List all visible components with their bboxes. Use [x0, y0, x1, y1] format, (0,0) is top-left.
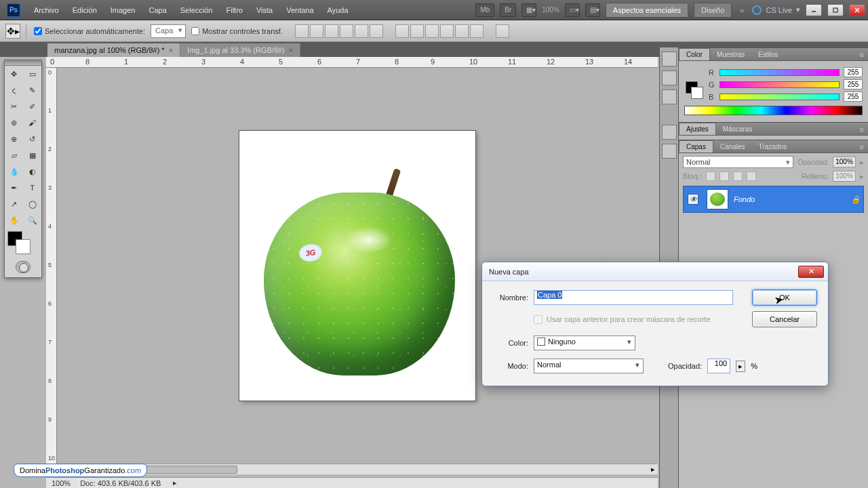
dialog-close-button[interactable]: ✕	[798, 266, 824, 278]
blur-tool-icon[interactable]: 💧	[5, 163, 23, 180]
panel-menu-icon[interactable]: ≡	[856, 49, 868, 60]
menu-imagen[interactable]: Imagen	[104, 6, 142, 14]
quickselect-tool-icon[interactable]: ✎	[23, 82, 41, 98]
spectrum-ramp[interactable]	[684, 106, 863, 115]
chip-br[interactable]: Br	[500, 3, 516, 17]
visibility-toggle-icon[interactable]: 👁	[688, 194, 698, 205]
b-value[interactable]: 255	[844, 92, 863, 102]
menu-seleccion[interactable]: Selección	[174, 6, 220, 14]
panel-menu-icon[interactable]: ≡	[856, 142, 868, 152]
pen-tool-icon[interactable]: ✒	[5, 180, 23, 196]
path-tool-icon[interactable]: ↗	[5, 196, 23, 212]
history-brush-icon[interactable]: ↺	[23, 131, 41, 147]
brush-tool-icon[interactable]: 🖌	[23, 115, 41, 131]
tab-close-icon[interactable]: ×	[289, 46, 293, 54]
blend-mode-select[interactable]: Normal	[683, 156, 793, 168]
window-maximize-button[interactable]	[827, 4, 844, 16]
menu-edicion[interactable]: Edición	[66, 6, 104, 14]
status-zoom[interactable]: 100%	[52, 479, 71, 487]
lock-all-icon[interactable]	[747, 171, 756, 181]
opacity-stepper-icon[interactable]: ▸	[736, 361, 745, 372]
layer-name-input[interactable]: Capa 0	[534, 290, 733, 305]
eraser-tool-icon[interactable]: ▱	[5, 147, 23, 163]
mini-swatches[interactable]	[686, 81, 702, 98]
shape-tool-icon[interactable]: ◯	[23, 196, 41, 212]
tab-channels[interactable]: Canales	[713, 141, 752, 152]
mini-panel-icon[interactable]	[662, 144, 677, 159]
b-slider[interactable]	[719, 94, 840, 100]
align-hcenter-icon[interactable]	[355, 24, 368, 38]
tab-close-icon[interactable]: ×	[169, 46, 173, 54]
cs-live-button[interactable]: CS Live▾	[752, 5, 800, 15]
mini-panel-icon[interactable]	[662, 70, 677, 85]
ok-button[interactable]: OK	[752, 289, 817, 306]
auto-align-icon[interactable]	[496, 24, 509, 38]
chip-mb[interactable]: Mb	[475, 3, 494, 17]
menu-ventana[interactable]: Ventana	[279, 6, 320, 14]
r-slider[interactable]	[719, 69, 840, 76]
layer-row-fondo[interactable]: 👁 Fondo 🔒	[683, 186, 864, 213]
g-slider[interactable]	[719, 81, 840, 88]
type-tool-icon[interactable]: T	[23, 180, 41, 196]
scroll-arrow-icon[interactable]: ▸	[648, 465, 658, 474]
dist-vcenter-icon[interactable]	[410, 24, 424, 38]
opacity-value[interactable]: 100%	[833, 157, 856, 167]
hand-tool-icon[interactable]: ✋	[5, 212, 23, 228]
color-select[interactable]: Ninguno	[534, 336, 635, 350]
crop-tool-icon[interactable]: ✂	[5, 98, 23, 115]
heal-tool-icon[interactable]: ⊛	[5, 115, 23, 131]
tab-styles[interactable]: Estilos	[751, 49, 785, 60]
doc-tab-img1[interactable]: Img_1.jpg al 33.3% (RGB/8#) ×	[180, 43, 300, 57]
lock-pos-icon[interactable]	[733, 171, 743, 181]
arrange-icon[interactable]: ▤▾	[585, 3, 600, 17]
align-bottom-icon[interactable]	[325, 24, 338, 38]
panel-menu-icon[interactable]: ≡	[856, 124, 868, 135]
lock-trans-icon[interactable]	[706, 171, 715, 181]
tab-adjustments[interactable]: Ajustes	[679, 123, 716, 135]
layout-icon[interactable]: ▦▾	[521, 3, 536, 17]
tab-color[interactable]: Color	[679, 48, 710, 60]
g-value[interactable]: 255	[844, 79, 863, 89]
status-menu-icon[interactable]: ▸	[173, 479, 177, 487]
color-swatches[interactable]	[7, 231, 39, 257]
toolbox-grip[interactable]	[5, 60, 41, 66]
menu-archivo[interactable]: Archivo	[27, 6, 66, 14]
zoom-tool-icon[interactable]: 🔍	[23, 212, 41, 228]
lock-pixels-icon[interactable]	[719, 171, 729, 181]
align-right-icon[interactable]	[370, 24, 383, 38]
dist-top-icon[interactable]	[395, 24, 409, 38]
screenmode-icon[interactable]: ▭▾	[565, 3, 580, 17]
menu-capa[interactable]: Capa	[142, 6, 173, 14]
menu-vista[interactable]: Vista	[250, 6, 279, 14]
tab-layers[interactable]: Capas	[679, 140, 713, 152]
mode-select[interactable]: Normal	[534, 359, 644, 373]
tab-paths[interactable]: Trazados	[752, 141, 793, 152]
align-top-icon[interactable]	[295, 24, 309, 38]
align-vcenter-icon[interactable]	[310, 24, 323, 38]
show-transform-checkbox[interactable]: Mostrar controles transf.	[191, 27, 283, 35]
dist-right-icon[interactable]	[470, 24, 484, 38]
mini-panel-icon[interactable]	[662, 125, 677, 140]
gradient-tool-icon[interactable]: ▦	[23, 147, 41, 163]
lasso-tool-icon[interactable]: ς	[5, 82, 23, 98]
auto-select-checkbox[interactable]: Seleccionar automáticamente:	[34, 27, 145, 35]
menu-filtro[interactable]: Filtro	[219, 6, 249, 14]
mini-panel-icon[interactable]	[662, 52, 677, 66]
tab-masks[interactable]: Máscaras	[716, 123, 759, 135]
stamp-tool-icon[interactable]: ⊕	[5, 131, 23, 147]
auto-select-input[interactable]	[34, 27, 42, 35]
marquee-tool-icon[interactable]: ▭	[23, 66, 41, 82]
opacity-input[interactable]: 100	[707, 359, 730, 373]
workspace-design[interactable]: Diseño	[694, 3, 732, 18]
move-tool-icon[interactable]: ✥	[5, 66, 23, 82]
auto-select-target[interactable]: Capa	[151, 24, 186, 38]
dist-bottom-icon[interactable]	[425, 24, 439, 38]
show-transform-input[interactable]	[191, 27, 199, 35]
align-left-icon[interactable]	[340, 24, 353, 38]
menu-ayuda[interactable]: Ayuda	[321, 6, 355, 14]
dialog-titlebar[interactable]: Nueva capa ✕	[482, 262, 828, 281]
dist-left-icon[interactable]	[440, 24, 454, 38]
doc-tab-manzana[interactable]: manzana.jpg al 100% (RGB/8#) * ×	[47, 43, 180, 57]
tab-swatches[interactable]: Muestras	[710, 49, 751, 60]
r-value[interactable]: 255	[844, 67, 863, 77]
